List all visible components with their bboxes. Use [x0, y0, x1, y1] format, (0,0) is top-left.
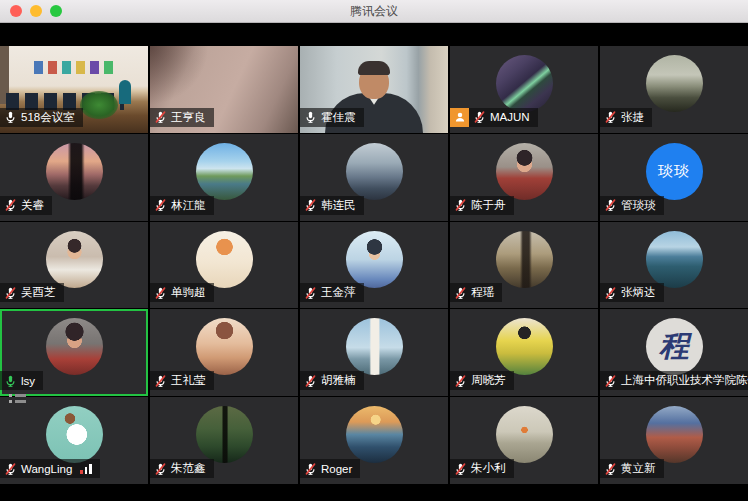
participant-name-row: WangLing [0, 459, 100, 478]
avatar: 琰琰 [646, 143, 703, 200]
mic-muted-icon [304, 374, 317, 388]
mic-muted-icon [473, 110, 486, 124]
avatar [346, 406, 403, 463]
participant-name-row: 霍佳震 [300, 108, 364, 127]
meeting-area: 518会议室 王亨良 霍佳震 MAJUN 张捷 关睿 [0, 23, 748, 501]
avatar [196, 318, 253, 375]
participant-name: 王金萍 [321, 285, 356, 300]
avatar [346, 143, 403, 200]
participant-grid: 518会议室 王亨良 霍佳震 MAJUN 张捷 关睿 [0, 46, 748, 484]
participant-name: Roger [321, 463, 352, 475]
participant-name-row: 关睿 [0, 196, 52, 215]
participant-name: 程瑶 [471, 285, 494, 300]
mic-on-icon [4, 110, 17, 124]
participant-tile[interactable]: 王亨良 [150, 46, 298, 133]
participant-tile[interactable]: WangLing [0, 397, 148, 484]
mic-muted-icon [604, 110, 617, 124]
mic-muted-icon [304, 286, 317, 300]
avatar [496, 318, 553, 375]
window-title: 腾讯会议 [350, 3, 398, 20]
participant-tile[interactable]: 林江龍 [150, 134, 298, 221]
zoom-button[interactable] [50, 5, 62, 17]
mic-muted-icon [304, 462, 317, 476]
mic-muted-icon [154, 286, 167, 300]
participant-name: 管琰琰 [621, 198, 656, 213]
participant-name: WangLing [21, 463, 72, 475]
participant-name: 关睿 [21, 198, 44, 213]
participant-name-row: 王礼莹 [150, 371, 214, 390]
avatar [496, 55, 553, 112]
participant-tile[interactable]: MAJUN [450, 46, 598, 133]
avatar: 程 [646, 318, 703, 375]
close-button[interactable] [10, 5, 22, 17]
avatar [46, 406, 103, 463]
participant-name: 朱小利 [471, 461, 506, 476]
participant-tile[interactable]: 周晓芳 [450, 309, 598, 396]
avatar [496, 143, 553, 200]
participant-name: 王亨良 [171, 110, 206, 125]
avatar [196, 231, 253, 288]
participant-name-row: 周晓芳 [450, 371, 514, 390]
participant-name-row: 黄立新 [600, 459, 664, 478]
participant-name-row: 王金萍 [300, 283, 364, 302]
participant-name: 吴酉芝 [21, 285, 56, 300]
participant-name: 霍佳震 [321, 110, 356, 125]
room-posters [34, 61, 113, 74]
participant-tile[interactable]: 黄立新 [600, 397, 748, 484]
participant-tile[interactable]: 王礼莹 [150, 309, 298, 396]
participant-tile[interactable]: 朱范鑫 [150, 397, 298, 484]
participant-tile[interactable]: 张捷 [600, 46, 748, 133]
mic-muted-icon [604, 462, 617, 476]
participant-tile[interactable]: 琰琰 管琰琰 [600, 134, 748, 221]
traffic-lights [10, 5, 62, 17]
participant-name-row: 张炳达 [600, 283, 664, 302]
avatar [496, 231, 553, 288]
participant-tile[interactable]: 霍佳震 [300, 46, 448, 133]
participant-tile[interactable]: 吴酉芝 [0, 222, 148, 309]
window-titlebar: 腾讯会议 [0, 0, 748, 23]
participant-tile[interactable]: lsy [0, 309, 148, 396]
avatar [46, 231, 103, 288]
participant-name: 上海中侨职业技术学院陈银桥 [621, 373, 748, 388]
participant-name: 张炳达 [621, 285, 656, 300]
participant-name-row: 吴酉芝 [0, 283, 64, 302]
avatar [196, 406, 253, 463]
participant-tile[interactable]: 朱小利 [450, 397, 598, 484]
participant-tile[interactable]: 关睿 [0, 134, 148, 221]
mic-muted-icon [4, 286, 17, 300]
participant-name-row: 朱范鑫 [150, 459, 214, 478]
participant-name-row: 朱小利 [450, 459, 514, 478]
mic-muted-icon [154, 198, 167, 212]
participant-name: 陈于舟 [471, 198, 506, 213]
mic-muted-icon [454, 374, 467, 388]
participant-name-row: 胡雅楠 [300, 371, 364, 390]
participant-tile[interactable]: 程 上海中侨职业技术学院陈银桥 [600, 309, 748, 396]
participant-name: 朱范鑫 [171, 461, 206, 476]
minimize-button[interactable] [30, 5, 42, 17]
mic-muted-icon [4, 462, 17, 476]
list-indicator-icon [9, 394, 26, 406]
avatar [496, 406, 553, 463]
person-badge-icon [450, 108, 469, 127]
participant-tile[interactable]: Roger [300, 397, 448, 484]
participant-tile[interactable]: 518会议室 [0, 46, 148, 133]
participant-tile[interactable]: 单驹超 [150, 222, 298, 309]
participant-tile[interactable]: 王金萍 [300, 222, 448, 309]
mic-muted-icon [604, 374, 617, 388]
room-person [119, 80, 131, 104]
mic-muted-icon [604, 198, 617, 212]
avatar [346, 318, 403, 375]
participant-name-row: 上海中侨职业技术学院陈银桥 [600, 371, 748, 390]
participant-name-row: 林江龍 [150, 196, 214, 215]
participant-tile[interactable]: 胡雅楠 [300, 309, 448, 396]
mic-on-icon [304, 110, 317, 124]
participant-tile[interactable]: 程瑶 [450, 222, 598, 309]
participant-name-row: lsy [0, 371, 43, 390]
participant-name: 林江龍 [171, 198, 206, 213]
avatar [646, 55, 703, 112]
participant-tile[interactable]: 陈于舟 [450, 134, 598, 221]
participant-name-row: 管琰琰 [600, 196, 664, 215]
participant-name-row: 单驹超 [150, 283, 214, 302]
participant-tile[interactable]: 韩连民 [300, 134, 448, 221]
participant-tile[interactable]: 张炳达 [600, 222, 748, 309]
